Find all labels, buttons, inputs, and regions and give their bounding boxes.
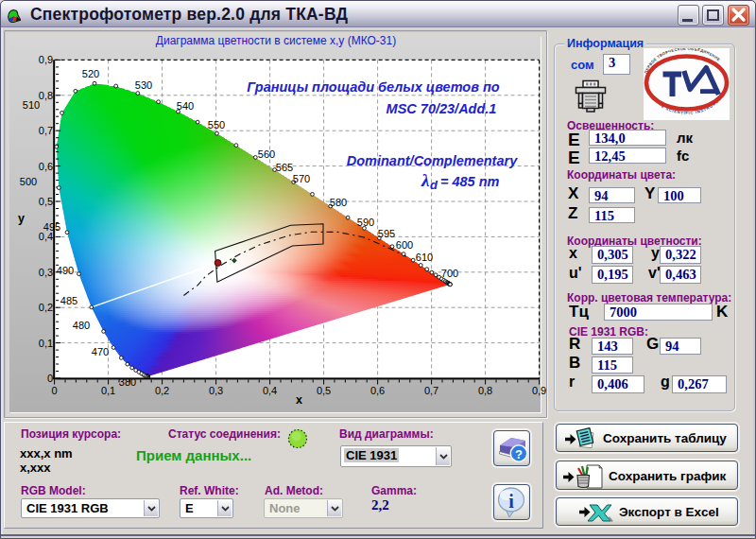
svg-text:0,9: 0,9 (39, 54, 53, 65)
svg-text:i: i (508, 491, 514, 512)
svg-text:Dominant/Complementary: Dominant/Complementary (347, 153, 518, 168)
svg-text:0,1: 0,1 (39, 338, 53, 349)
svg-text:0,7: 0,7 (424, 385, 438, 396)
svg-text:Диаграмма цветности в системе: Диаграмма цветности в системе x,y (МКО-3… (156, 36, 396, 47)
svg-text:550: 550 (208, 119, 225, 130)
svg-text:= 485 nm: = 485 nm (440, 174, 500, 189)
svg-text:500: 500 (20, 176, 37, 187)
svg-text:490: 490 (57, 265, 74, 276)
svg-text:470: 470 (92, 346, 109, 357)
svg-text:485: 485 (60, 295, 77, 306)
svg-text:570: 570 (293, 173, 310, 184)
svg-text:Границы площади белых цветов п: Границы площади белых цветов по (247, 79, 500, 95)
svg-text:0,4: 0,4 (263, 385, 277, 396)
svg-text:590: 590 (357, 217, 374, 228)
svg-text:0,3: 0,3 (209, 385, 223, 396)
svg-text:0,9: 0,9 (532, 385, 546, 396)
svg-text:0,2: 0,2 (39, 302, 53, 313)
svg-text:700: 700 (441, 268, 458, 279)
svg-text:0: 0 (52, 385, 58, 396)
svg-text:610: 610 (416, 252, 433, 263)
svg-text:480: 480 (73, 320, 90, 331)
svg-text:0,7: 0,7 (39, 125, 53, 136)
svg-text:540: 540 (177, 100, 194, 112)
svg-text:x: x (296, 393, 302, 407)
svg-text:y: y (18, 212, 25, 225)
svg-text:0,8: 0,8 (478, 385, 492, 396)
svg-text:?: ? (515, 447, 523, 461)
svg-text:MSC 70/23/Add.1: MSC 70/23/Add.1 (387, 101, 497, 116)
svg-text:0,5: 0,5 (317, 385, 331, 396)
svg-text:560: 560 (258, 148, 275, 160)
svg-text:0: 0 (47, 373, 53, 384)
svg-text:d: d (430, 178, 438, 192)
svg-text:530: 530 (135, 79, 152, 91)
svg-text:520: 520 (82, 68, 99, 79)
svg-text:0,4: 0,4 (39, 231, 53, 242)
svg-text:0,1: 0,1 (101, 385, 115, 396)
svg-text:380: 380 (119, 376, 136, 388)
svg-text:0,6: 0,6 (39, 161, 53, 172)
svg-text:510: 510 (23, 99, 40, 111)
svg-text:λ: λ (421, 170, 429, 190)
svg-text:0,2: 0,2 (155, 385, 169, 396)
svg-text:495: 495 (43, 221, 60, 233)
svg-text:580: 580 (330, 197, 347, 208)
svg-text:0,8: 0,8 (39, 90, 53, 101)
svg-text:0,6: 0,6 (370, 385, 385, 396)
svg-text:0,5: 0,5 (39, 196, 53, 207)
svg-text:600: 600 (396, 239, 413, 251)
svg-text:595: 595 (378, 228, 395, 239)
svg-text:0,3: 0,3 (39, 267, 53, 278)
svg-text:565: 565 (276, 162, 293, 173)
